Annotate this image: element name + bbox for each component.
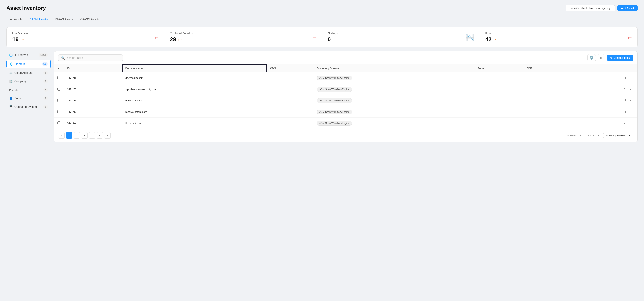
tab-easm-assets[interactable]: EASM Assets bbox=[26, 16, 52, 23]
sidebar-subnet-count: 0 bbox=[43, 96, 48, 100]
search-input[interactable] bbox=[67, 56, 120, 59]
add-asset-button[interactable]: Add Asset bbox=[618, 5, 638, 11]
table-row: 147145 resolve.netspi.com ASM Scan Workf… bbox=[54, 106, 637, 118]
sort-icon: ↓ bbox=[70, 67, 72, 70]
row-domain-name-5: ftp.netspi.com bbox=[122, 118, 267, 129]
sidebar-item-cloud-account-label: Cloud Account bbox=[14, 71, 32, 75]
cloud-account-icon: ☁️ bbox=[9, 71, 13, 75]
expand-icon: ▼ bbox=[58, 67, 60, 70]
filter-icon: ⚙️ bbox=[590, 56, 594, 60]
discovery-badge-3: ASM Scan Workflow/Engine bbox=[317, 98, 352, 103]
row-id-2: 147147 bbox=[64, 84, 122, 95]
row-cde-4 bbox=[523, 106, 569, 118]
more-icon-4[interactable]: ⋯ bbox=[629, 109, 634, 115]
row-zone-5 bbox=[474, 118, 523, 129]
view-icon-4[interactable]: 👁 bbox=[623, 109, 628, 115]
page-title: Asset Inventory bbox=[6, 5, 46, 11]
sidebar-item-company[interactable]: 🏢 Company 0 bbox=[6, 78, 51, 85]
sidebar-item-subnet-label: Subnet bbox=[14, 97, 23, 100]
row-actions-4: 👁 ⋯ bbox=[572, 109, 634, 115]
assets-table: ▼ ID ↓ Domain Name CDN Discovery Source … bbox=[54, 64, 637, 129]
sidebar-item-operating-system-label: Operating System bbox=[14, 105, 37, 108]
view-icon-1[interactable]: 👁 bbox=[623, 76, 628, 81]
sidebar-item-domain-label: Domain bbox=[15, 62, 25, 66]
page-3-button[interactable]: 3 bbox=[81, 132, 88, 139]
row-cdn-5 bbox=[267, 118, 313, 129]
columns-button[interactable]: ⊞ bbox=[598, 54, 605, 61]
search-box[interactable]: 🔍 bbox=[58, 55, 123, 61]
ip-address-icon: 🌐 bbox=[9, 54, 13, 57]
sidebar-cloud-account-count: 6 bbox=[43, 71, 48, 75]
stat-findings-label: Findings bbox=[328, 32, 338, 35]
next-page-button[interactable]: › bbox=[104, 132, 110, 139]
row-zone-2 bbox=[474, 84, 523, 95]
pagination: ‹ 1 2 3 ... 6 › Showing 1 to 10 of 60 re… bbox=[54, 129, 637, 142]
create-policy-label: Create Policy bbox=[614, 56, 630, 59]
header-discovery-source: Discovery Source bbox=[314, 64, 474, 72]
row-actions-2: 👁 ⋯ bbox=[572, 87, 634, 92]
table-toolbar: 🔍 ⚙️ ⊞ ⊕ Create Policy bbox=[54, 52, 637, 64]
filter-button[interactable]: ⚙️ bbox=[588, 54, 596, 61]
row-discovery-source-4: ASM Scan Workflow/Engine bbox=[314, 106, 474, 118]
sidebar-item-domain[interactable]: 🌐 Domain 60 bbox=[6, 60, 51, 68]
ports-chart-icon: ⌐ bbox=[628, 34, 632, 41]
table-body: 147148 go.nvisium.com ASM Scan Workflow/… bbox=[54, 72, 637, 129]
sidebar-company-count: 0 bbox=[43, 80, 48, 83]
row-checkbox-5[interactable] bbox=[58, 121, 60, 124]
row-actions-1: 👁 ⋯ bbox=[572, 75, 634, 81]
stat-findings-change: ↓0 bbox=[332, 38, 335, 41]
discovery-badge-2: ASM Scan Workflow/Engine bbox=[317, 87, 352, 92]
row-checkbox-2[interactable] bbox=[58, 88, 60, 91]
tab-ptaas-assets[interactable]: PTAAS Assets bbox=[51, 16, 76, 23]
view-icon-5[interactable]: 👁 bbox=[623, 121, 628, 126]
page-ellipsis: ... bbox=[89, 132, 95, 139]
row-actions-5: 👁 ⋯ bbox=[572, 120, 634, 126]
chevron-down-icon: ▼ bbox=[628, 134, 631, 137]
stat-live-domains-change: ↑19 bbox=[20, 38, 24, 41]
page-2-button[interactable]: 2 bbox=[74, 132, 80, 139]
table-row: 147148 go.nvisium.com ASM Scan Workflow/… bbox=[54, 72, 637, 84]
sidebar-item-asn[interactable]: # ASN 4 bbox=[6, 86, 51, 94]
more-icon-1[interactable]: ⋯ bbox=[629, 75, 634, 81]
rows-per-page-select[interactable]: Showing 10 Rows ▼ bbox=[603, 133, 633, 138]
scan-cert-transparency-button[interactable]: Scan Certificate Transparency Logs bbox=[566, 5, 615, 12]
sidebar-item-cloud-account[interactable]: ☁️ Cloud Account 6 bbox=[6, 69, 51, 77]
row-id-3: 147146 bbox=[64, 95, 122, 106]
stat-monitored-domains: Monitored Domains 29 ↑29 ⌐ bbox=[164, 28, 322, 47]
row-checkbox-3[interactable] bbox=[58, 99, 60, 102]
row-checkbox-4[interactable] bbox=[58, 110, 60, 113]
prev-page-button[interactable]: ‹ bbox=[58, 132, 65, 139]
row-checkbox-1[interactable] bbox=[58, 76, 60, 79]
row-discovery-source-5: ASM Scan Workflow/Engine bbox=[314, 118, 474, 129]
rows-label: Showing 10 Rows bbox=[606, 134, 627, 137]
domain-icon: 🌐 bbox=[10, 62, 13, 66]
view-icon-2[interactable]: 👁 bbox=[623, 87, 628, 92]
row-id-1: 147148 bbox=[64, 72, 122, 84]
table-row: 147147 sip.silentbreaksecurity.com ASM S… bbox=[54, 84, 637, 95]
create-policy-button[interactable]: ⊕ Create Policy bbox=[607, 55, 633, 61]
sidebar-item-ip-address[interactable]: 🌐 IP Address 1.29k bbox=[6, 51, 51, 59]
row-cde-5 bbox=[523, 118, 569, 129]
sidebar-item-subnet[interactable]: 👤 Subnet 0 bbox=[6, 94, 51, 102]
header-actions bbox=[569, 64, 637, 72]
row-id-4: 147145 bbox=[64, 106, 122, 118]
row-cde-1 bbox=[523, 72, 569, 84]
findings-chart-icon: 📉 bbox=[466, 34, 474, 41]
more-icon-3[interactable]: ⋯ bbox=[629, 98, 634, 103]
row-discovery-source-2: ASM Scan Workflow/Engine bbox=[314, 84, 474, 95]
page-1-button[interactable]: 1 bbox=[66, 132, 72, 139]
more-icon-2[interactable]: ⋯ bbox=[629, 87, 634, 92]
row-discovery-source-3: ASM Scan Workflow/Engine bbox=[314, 95, 474, 106]
view-icon-3[interactable]: 👁 bbox=[623, 98, 628, 103]
stat-live-domains-value: 19 ↑19 bbox=[12, 36, 28, 43]
header-id[interactable]: ID ↓ bbox=[64, 64, 122, 72]
tab-caasm-assets[interactable]: CAASM Assets bbox=[76, 16, 103, 23]
more-icon-5[interactable]: ⋯ bbox=[629, 120, 634, 126]
sidebar-item-operating-system[interactable]: 🖥️ Operating System 0 bbox=[6, 103, 51, 111]
page-6-button[interactable]: 6 bbox=[96, 132, 103, 139]
tab-all-assets[interactable]: All Assets bbox=[6, 16, 26, 23]
sidebar-item-company-label: Company bbox=[14, 80, 26, 83]
pagination-right: Showing 1 to 10 of 60 results Showing 10… bbox=[567, 133, 633, 138]
sidebar-ip-address-count: 1.29k bbox=[39, 53, 48, 57]
stats-row: Live Domains 19 ↑19 ⌐ Monitored Domains … bbox=[6, 27, 638, 47]
